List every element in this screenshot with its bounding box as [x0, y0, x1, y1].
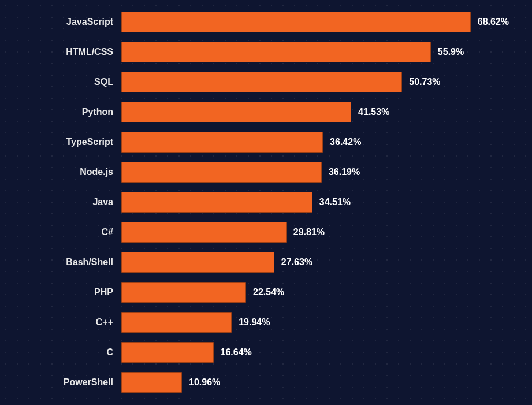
category-label: Bash/Shell: [12, 257, 121, 267]
category-label: C: [12, 347, 121, 358]
category-label: C++: [12, 317, 121, 328]
bar-chart: JavaScript 68.62% HTML/CSS 55.9% SQL 50.…: [12, 12, 509, 393]
bar: [121, 72, 402, 92]
value-label: 10.96%: [189, 377, 220, 388]
bar-area: 68.62%: [121, 12, 509, 32]
bar-area: 27.63%: [121, 252, 509, 273]
bar: [121, 162, 322, 183]
bar: [121, 132, 323, 153]
value-label: 27.63%: [281, 257, 312, 267]
bar-area: 50.73%: [121, 72, 509, 92]
bar: [121, 102, 351, 122]
chart-row: C# 29.81%: [12, 222, 509, 243]
category-label: SQL: [12, 77, 121, 87]
bar: [121, 252, 274, 273]
category-label: HTML/CSS: [12, 47, 121, 57]
bar-area: 10.96%: [121, 372, 509, 393]
bar: [121, 342, 214, 363]
bar-area: 41.53%: [121, 102, 509, 122]
value-label: 29.81%: [293, 227, 325, 237]
chart-row: Python 41.53%: [12, 102, 509, 122]
category-label: PowerShell: [12, 377, 121, 388]
bar: [121, 42, 431, 62]
bar: [121, 312, 232, 333]
value-label: 19.94%: [239, 317, 270, 328]
chart-row: PHP 22.54%: [12, 282, 509, 303]
category-label: Java: [12, 197, 121, 207]
category-label: Node.js: [12, 167, 121, 177]
value-label: 41.53%: [358, 107, 389, 117]
category-label: TypeScript: [12, 137, 121, 147]
chart-row: HTML/CSS 55.9%: [12, 42, 509, 62]
category-label: PHP: [12, 287, 121, 298]
bar-area: 55.9%: [121, 42, 509, 62]
bar-area: 16.64%: [121, 342, 509, 363]
bar-area: 29.81%: [121, 222, 509, 243]
value-label: 50.73%: [409, 77, 440, 87]
chart-row: Java 34.51%: [12, 192, 509, 213]
bar-area: 19.94%: [121, 312, 509, 333]
bar: [121, 372, 182, 393]
value-label: 22.54%: [253, 287, 284, 298]
value-label: 68.62%: [478, 17, 509, 27]
bar-area: 34.51%: [121, 192, 509, 213]
value-label: 36.42%: [330, 137, 361, 147]
category-label: JavaScript: [12, 17, 121, 27]
bar: [121, 282, 246, 303]
chart-row: C 16.64%: [12, 342, 509, 363]
chart-row: TypeScript 36.42%: [12, 132, 509, 153]
chart-row: JavaScript 68.62%: [12, 12, 509, 32]
bar: [121, 222, 287, 243]
bar-area: 36.19%: [121, 162, 509, 183]
value-label: 55.9%: [438, 47, 464, 57]
category-label: C#: [12, 227, 121, 237]
chart-row: Bash/Shell 27.63%: [12, 252, 509, 273]
category-label: Python: [12, 107, 121, 117]
chart-row: Node.js 36.19%: [12, 162, 509, 183]
chart-row: SQL 50.73%: [12, 72, 509, 92]
value-label: 34.51%: [319, 197, 351, 207]
chart-row: C++ 19.94%: [12, 312, 509, 333]
chart-row: PowerShell 10.96%: [12, 372, 509, 393]
bar: [121, 192, 312, 213]
value-label: 16.64%: [221, 347, 252, 358]
bar-area: 36.42%: [121, 132, 509, 153]
bar-area: 22.54%: [121, 282, 509, 303]
bar: [121, 12, 471, 32]
value-label: 36.19%: [329, 167, 360, 177]
